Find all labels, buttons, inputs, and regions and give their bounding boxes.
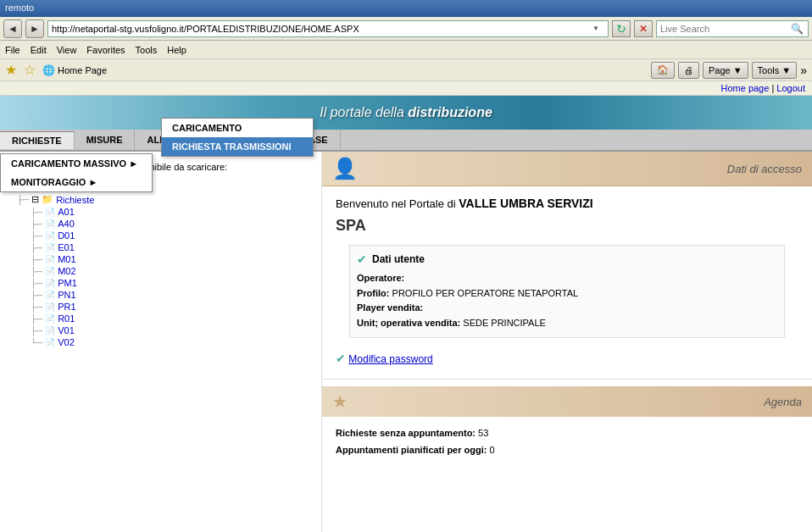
richieste-value: 53 (478, 428, 488, 438)
richieste-dropdown-menu: CARICAMENTO MASSIVO ► MONITORAGGIO ► (0, 153, 153, 192)
home-button[interactable]: 🏠 (651, 62, 675, 79)
dropdown-monitoraggio-label: MONITORAGGIO (11, 177, 86, 187)
nav-item-richieste[interactable]: RICHIESTE (0, 131, 75, 149)
nav-menu: RICHIESTE CARICAMENTO MASSIVO ► MONITORA… (0, 130, 812, 152)
player-row: Player vendita: (357, 301, 777, 316)
doc-icon-v02: 📄 (45, 338, 55, 347)
home-page-favorite[interactable]: 🌐 Home Page (42, 64, 107, 76)
tree-line-richieste: ├─ (17, 195, 29, 204)
agenda-panel: ★ Agenda (322, 386, 812, 417)
menu-view[interactable]: View (57, 45, 77, 55)
back-button[interactable]: ◄ (3, 19, 22, 38)
welcome-text: Benvenuto nel Portale di VALLE UMBRA SER… (336, 197, 798, 210)
profilo-row: Profilo: PROFILO PER OPERATORE NETAPORTA… (357, 286, 777, 302)
link-d01[interactable]: D01 (58, 230, 75, 241)
line-pn1: ├─ (31, 291, 42, 300)
tree-richieste-label[interactable]: Richieste (56, 195, 94, 205)
modifica-check-icon: ✔ (336, 352, 346, 365)
link-pm1[interactable]: PM1 (58, 278, 77, 288)
title-bar: remoto (0, 0, 812, 17)
banner-bold: distribuzione (408, 105, 492, 119)
line-r01: ├─ (31, 314, 42, 324)
page-menu-label: Page ▼ (709, 65, 742, 75)
home-page-link[interactable]: Home page (720, 83, 769, 93)
menu-edit[interactable]: Edit (31, 45, 47, 55)
dropdown-monitoraggio[interactable]: MONITORAGGIO ► (1, 173, 152, 191)
menu-help[interactable]: Help (167, 45, 186, 55)
logout-link[interactable]: Logout (776, 83, 805, 93)
appuntamenti-row: Appuntamenti pianificati per oggi: 0 (336, 442, 798, 459)
link-v01[interactable]: V01 (58, 325, 75, 335)
nav-item-misure[interactable]: MISURE (75, 130, 136, 150)
person-icon: 👤 (332, 157, 358, 180)
menu-tools[interactable]: Tools (136, 45, 158, 55)
address-input[interactable] (52, 24, 592, 34)
unit-label: Unit; operativa vendita: (357, 318, 460, 328)
address-dropdown-button[interactable]: ▼ (592, 25, 604, 32)
link-e01[interactable]: E01 (58, 242, 75, 252)
dropdown-caricamento-massivo[interactable]: CARICAMENTO MASSIVO ► (1, 154, 152, 173)
dropdown-caricamento[interactable]: CARICAMENTO (162, 119, 313, 137)
toolbar-right: 🏠 🖨 Page ▼ Tools ▼ » (651, 62, 807, 79)
line-a40: ├─ (31, 219, 42, 229)
tree-expand-richieste[interactable]: ⊟ (31, 194, 39, 205)
link-a01[interactable]: A01 (58, 207, 75, 217)
dropdown-caricamento-massivo-label: CARICAMENTO MASSIVO (11, 158, 126, 169)
spa-text: SPA (336, 217, 798, 235)
doc-icon-pn1: 📄 (45, 291, 55, 300)
dropdown-richiesta-trasmissioni[interactable]: RICHIESTA TRASMISSIONI (162, 137, 313, 156)
dropdown-caricamento-label: CARICAMENTO (172, 123, 242, 133)
menu-favorites[interactable]: Favorites (86, 45, 125, 55)
welcome-company: VALLE UMBRA SERVIZI (459, 197, 592, 210)
tree-item-v02: └─📄V02 (31, 336, 318, 348)
refresh-button[interactable]: ↻ (612, 20, 631, 37)
line-m02: ├─ (31, 267, 42, 276)
link-pn1[interactable]: PN1 (58, 290, 75, 300)
access-title: Dati di accesso (727, 163, 802, 175)
nav-item-misure-label: MISURE (86, 135, 123, 145)
tools-menu-button[interactable]: Tools ▼ (752, 62, 798, 79)
menu-file[interactable]: File (5, 45, 20, 55)
line-d01: ├─ (31, 231, 42, 241)
profilo-value: PROFILO PER OPERATORE NETAPORTAL (392, 288, 579, 298)
more-tools-icon[interactable]: » (800, 64, 807, 77)
doc-icon-v01: 📄 (45, 326, 55, 335)
link-a40[interactable]: A40 (58, 219, 75, 229)
top-links: Home page | Logout (0, 81, 812, 96)
nav-item-richieste-label: RICHIESTE (12, 136, 62, 146)
print-button[interactable]: 🖨 (678, 62, 699, 79)
tree-item-r01: ├─📄R01 (31, 313, 318, 324)
search-input[interactable] (660, 24, 789, 34)
richieste-folder-icon: 📁 (42, 194, 53, 205)
link-m02[interactable]: M02 (58, 266, 75, 276)
line-a01: ├─ (31, 208, 42, 217)
header-banner: Il portale della distribuzione (0, 96, 812, 130)
unit-row: Unit; operativa vendita: SEDE PRINCIPALE (357, 316, 777, 331)
search-button[interactable]: 🔍 (789, 21, 804, 36)
doc-icon-e01: 📄 (45, 243, 55, 252)
banner-text: Il portale della distribuzione (320, 105, 492, 120)
dati-title: Dati utente (372, 253, 425, 265)
operatore-label: Operatore: (357, 273, 404, 283)
page-menu-button[interactable]: Page ▼ (703, 62, 748, 79)
forward-button[interactable]: ► (25, 19, 44, 38)
agenda-content: Richieste senza appuntamento: 53 Appunta… (322, 417, 812, 468)
search-bar: 🔍 (656, 20, 809, 37)
link-r01[interactable]: R01 (58, 313, 75, 324)
doc-icon-pr1: 📄 (45, 302, 55, 312)
line-v02: └─ (31, 338, 42, 347)
stop-button[interactable]: ✕ (634, 20, 653, 37)
doc-icon-m02: 📄 (45, 267, 55, 276)
dati-content: Operatore: Profilo: PROFILO PER OPERATOR… (357, 271, 777, 330)
link-pr1[interactable]: PR1 (58, 302, 75, 312)
right-panel: 👤 Dati di accesso Benvenuto nel Portale … (322, 152, 812, 532)
favorites-add-icon[interactable]: ☆ (24, 62, 36, 78)
main-content: Questa ; la documentazione disponibile d… (0, 152, 812, 532)
sidebar: Questa ; la documentazione disponibile d… (0, 152, 322, 532)
modifica-password-link[interactable]: Modifica password (348, 353, 432, 365)
link-m01[interactable]: M01 (58, 254, 75, 264)
link-v02[interactable]: V02 (58, 337, 75, 347)
line-e01: ├─ (31, 243, 42, 252)
home-page-label: Home Page (58, 65, 107, 75)
unit-value: SEDE PRINCIPALE (463, 318, 546, 328)
